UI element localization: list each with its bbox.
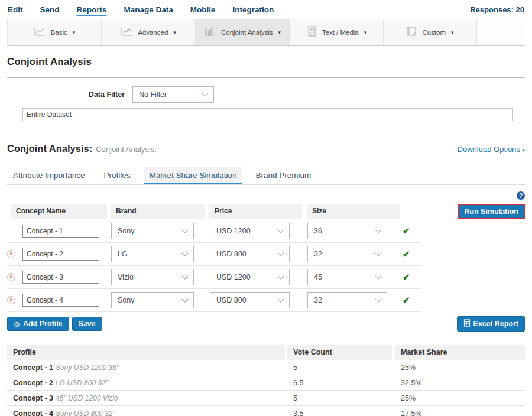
toolbar-custom[interactable]: Custom ▾ bbox=[383, 20, 477, 46]
simulation-row: ✕ Sony USD 1200 36 ✔ bbox=[7, 219, 421, 242]
concept-name-input[interactable] bbox=[22, 294, 99, 307]
excel-report-button[interactable]: Excel Report bbox=[457, 316, 525, 332]
section-header: Conjoint Analysis: Conjoint Analysis: Do… bbox=[7, 143, 525, 154]
save-button[interactable]: Save bbox=[72, 317, 102, 331]
run-simulation-button[interactable]: Run Simulation bbox=[458, 204, 525, 219]
market-share-value: 25% bbox=[395, 394, 525, 402]
vote-count-value: 6.5 bbox=[287, 379, 392, 387]
brand-select[interactable]: Sony bbox=[111, 223, 194, 239]
profile-name: Concept - 2 bbox=[13, 379, 53, 387]
section-title: Conjoint Analysis: bbox=[7, 143, 92, 154]
nav-manage-data[interactable]: Manage Data bbox=[124, 5, 173, 14]
toolbar-text-media[interactable]: Text / Media ▾ bbox=[289, 20, 383, 46]
data-filter-row: Data Filter No Filter bbox=[7, 86, 525, 103]
size-select[interactable]: 32 bbox=[307, 246, 387, 262]
col-price: Price bbox=[209, 204, 302, 219]
data-filter-select[interactable]: No Filter bbox=[132, 86, 214, 103]
price-select[interactable]: USD 800 bbox=[210, 292, 290, 308]
data-filter-value: No Filter bbox=[139, 90, 167, 99]
vote-count-value: 5 bbox=[287, 394, 392, 402]
market-share-value: 25% bbox=[395, 363, 525, 372]
size-select[interactable]: 45 bbox=[307, 269, 387, 285]
chevron-down-icon: ▾ bbox=[173, 30, 176, 35]
simulation-row: ✕ Sony USD 800 32 ✔ bbox=[7, 288, 421, 311]
brand-select[interactable]: Vizio bbox=[111, 269, 194, 285]
results-header: Profile Vote Count Market Share bbox=[7, 345, 525, 360]
results-row: Concept - 2LG USD 800 32" 6.5 32.5% bbox=[7, 375, 525, 391]
save-label: Save bbox=[79, 320, 96, 328]
nav-integration[interactable]: Integration bbox=[233, 5, 274, 14]
delete-row-icon[interactable]: ✕ bbox=[7, 273, 15, 281]
simulation-rows: ✕ Sony USD 1200 36 ✔ ✕ LG USD 800 32 bbox=[7, 219, 421, 312]
chevron-down-icon: ▾ bbox=[73, 30, 76, 35]
tab-market-share-simulation[interactable]: Market Share Simulation bbox=[144, 167, 243, 184]
delete-row-icon[interactable]: ✕ bbox=[7, 250, 15, 258]
price-select[interactable]: USD 1200 bbox=[210, 223, 290, 239]
price-select[interactable]: USD 1200 bbox=[210, 269, 290, 285]
data-filter-label: Data Filter bbox=[7, 90, 132, 99]
size-value: 32 bbox=[314, 250, 322, 258]
chevron-down-icon bbox=[277, 295, 284, 302]
vote-count-value: 3.5 bbox=[287, 410, 392, 416]
chevron-down-icon: ▾ bbox=[364, 30, 367, 35]
price-value: USD 1200 bbox=[216, 227, 251, 235]
chevron-down-icon bbox=[181, 226, 188, 233]
nav-edit[interactable]: Edit bbox=[8, 5, 23, 14]
chevron-down-icon bbox=[181, 249, 188, 256]
nav-reports[interactable]: Reports bbox=[77, 5, 107, 14]
size-select[interactable]: 36 bbox=[307, 223, 387, 239]
responses-count: Responses: 20 bbox=[470, 5, 524, 14]
nav-mobile[interactable]: Mobile bbox=[190, 5, 216, 14]
col-size: Size bbox=[307, 204, 400, 219]
size-value: 36 bbox=[314, 227, 322, 235]
plus-circle-icon: ⊕ bbox=[14, 320, 20, 328]
profile-desc: Sony USD 1200 36" bbox=[56, 363, 119, 372]
brand-select[interactable]: Sony bbox=[111, 292, 194, 308]
page-title: Conjoint Analysis bbox=[7, 56, 525, 68]
price-select[interactable]: USD 800 bbox=[210, 246, 290, 262]
market-share-value: 17.5% bbox=[395, 410, 525, 416]
tab-attribute-importance[interactable]: Attribute Importance bbox=[7, 167, 91, 184]
toolbar-advanced-label: Advanced bbox=[138, 29, 168, 36]
concept-name-input[interactable] bbox=[22, 248, 99, 261]
simulation-row: ✕ Vizio USD 1200 45 ✔ bbox=[7, 265, 421, 288]
brand-select[interactable]: LG bbox=[111, 246, 194, 262]
col-profile: Profile bbox=[7, 345, 285, 360]
toolbar-conjoint-analysis[interactable]: Conjoint Analysis ▾ bbox=[195, 20, 289, 46]
toolbar-advanced[interactable]: Advanced ▾ bbox=[101, 20, 195, 46]
chevron-down-icon bbox=[375, 226, 381, 233]
tab-brand-premium[interactable]: Brand Premium bbox=[249, 167, 317, 184]
results-table: Profile Vote Count Market Share Concept … bbox=[7, 345, 525, 416]
layout-icon bbox=[406, 26, 417, 39]
dataset-input[interactable] bbox=[22, 108, 513, 121]
chevron-down-icon: ▾ bbox=[278, 30, 281, 35]
concept-name-input[interactable] bbox=[22, 271, 99, 284]
nav-send[interactable]: Send bbox=[40, 5, 60, 14]
size-value: 45 bbox=[314, 273, 322, 281]
toolbar-custom-label: Custom bbox=[422, 29, 446, 36]
download-options-label: Download Options bbox=[458, 145, 520, 154]
col-market-share: Market Share bbox=[395, 345, 525, 360]
valid-check-icon: ✔ bbox=[403, 249, 410, 259]
size-select[interactable]: 32 bbox=[307, 292, 387, 308]
delete-row-icon[interactable]: ✕ bbox=[7, 296, 15, 304]
action-buttons-row: ⊕ Add Profile Save Excel Report bbox=[7, 316, 525, 332]
valid-check-icon: ✔ bbox=[403, 226, 410, 236]
excel-report-label: Excel Report bbox=[473, 320, 518, 328]
area-chart-icon bbox=[121, 26, 132, 39]
tab-profiles[interactable]: Profiles bbox=[98, 167, 137, 184]
chevron-down-icon bbox=[181, 295, 188, 302]
simulation-row: ✕ LG USD 800 32 ✔ bbox=[7, 242, 421, 265]
add-profile-button[interactable]: ⊕ Add Profile bbox=[7, 317, 69, 331]
valid-check-icon: ✔ bbox=[403, 295, 410, 306]
help-icon[interactable]: ? bbox=[517, 191, 525, 200]
simulation-table-header: Concept Name Brand Price Size Run Simula… bbox=[7, 204, 525, 219]
price-value: USD 1200 bbox=[216, 273, 251, 281]
concept-name-input[interactable] bbox=[22, 225, 99, 238]
toolbar-filler bbox=[477, 20, 525, 46]
download-options-link[interactable]: Download Options ▾ bbox=[458, 145, 525, 154]
toolbar-basic[interactable]: Basic ▾ bbox=[7, 20, 101, 46]
results-row: Concept - 1Sony USD 1200 36" 5 25% bbox=[7, 360, 525, 375]
profile-desc: 45" USD 1200 Vizio bbox=[56, 394, 118, 402]
chevron-down-icon bbox=[277, 272, 284, 279]
